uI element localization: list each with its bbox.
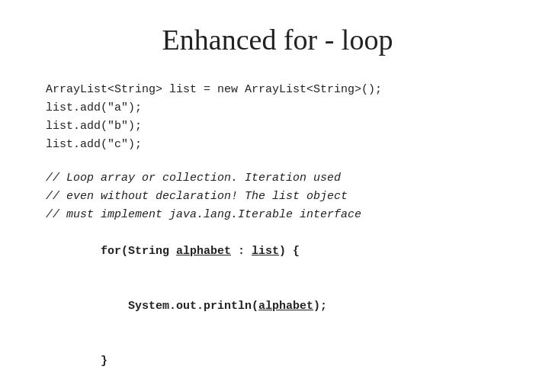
- comment-line-1: // Loop array or collection. Iteration u…: [46, 169, 382, 188]
- for-body-suffix: );: [313, 300, 327, 313]
- code-section-1: ArrayList<String> list = new ArrayList<S…: [46, 81, 382, 154]
- for-closing-brace: }: [101, 355, 107, 368]
- code-line-1: ArrayList<String> list = new ArrayList<S…: [46, 81, 382, 99]
- for-closing: }: [46, 334, 382, 389]
- code-line-3: list.add("b");: [46, 117, 382, 136]
- for-body-line: System.out.println(alphabet);: [46, 279, 382, 334]
- code-line-4: list.add("c");: [46, 136, 382, 154]
- for-brace: ) {: [279, 245, 300, 258]
- for-body-indent: [101, 300, 128, 313]
- slide: Enhanced for - loop ArrayList<String> li…: [0, 0, 555, 392]
- for-body-param: alphabet: [258, 300, 313, 313]
- comment-line-2: // even without declaration! The list ob…: [46, 188, 382, 206]
- for-list: list: [252, 245, 279, 258]
- slide-title: Enhanced for - loop: [46, 23, 509, 56]
- code-line-2: list.add("a");: [46, 99, 382, 117]
- comment-line-3: // must implement java.lang.Iterable int…: [46, 206, 382, 224]
- for-colon: :: [231, 245, 252, 258]
- code-block: ArrayList<String> list = new ArrayList<S…: [46, 81, 382, 392]
- for-keyword: for(String: [101, 245, 176, 258]
- code-section-2: // Loop array or collection. Iteration u…: [46, 169, 382, 389]
- for-body-prefix: System.out.println(: [128, 300, 258, 313]
- for-loop-line: for(String alphabet : list) {: [46, 224, 382, 279]
- for-alphabet: alphabet: [176, 245, 231, 258]
